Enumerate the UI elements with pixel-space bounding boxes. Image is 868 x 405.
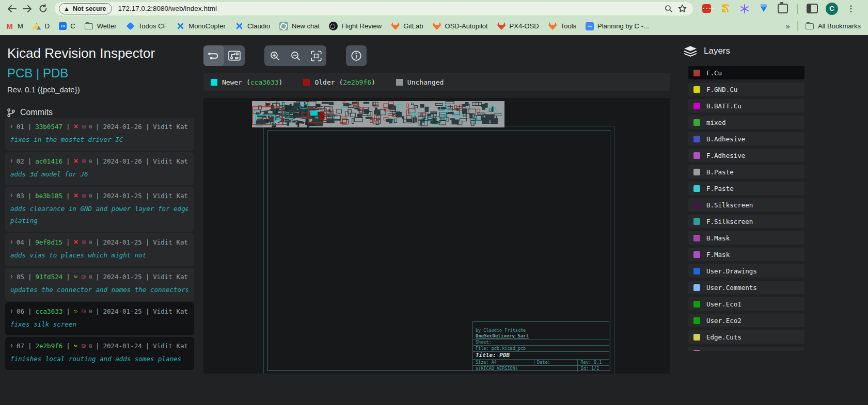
back-button[interactable]	[4, 2, 20, 15]
drop-extension-icon[interactable]	[759, 4, 769, 14]
layer-row[interactable]: F.Paste	[688, 182, 804, 195]
layer-row[interactable]: F.Mask	[688, 248, 804, 261]
adblock-extension-icon[interactable]: ····	[701, 4, 712, 14]
pcb-image-icon[interactable]	[82, 123, 86, 131]
bookmark-item[interactable]: M	[5, 22, 23, 30]
bookmark-item[interactable]: Claudio	[235, 22, 270, 30]
pcb-image-icon[interactable]	[82, 307, 86, 315]
bookmark-item[interactable]: Todos CF	[126, 22, 167, 30]
layer-color-swatch	[693, 218, 700, 225]
layer-row[interactable]: Margin	[688, 347, 804, 351]
pcb-board-render	[252, 101, 504, 127]
schematic-doc-icon[interactable]	[89, 192, 92, 200]
viewer-toolbar	[203, 45, 367, 66]
layer-row[interactable]: B.Paste	[688, 165, 804, 179]
forward-button[interactable]	[20, 2, 35, 15]
pcb-image-icon[interactable]	[82, 342, 86, 350]
commit-message: fixes in the mosfet driver IC	[10, 134, 188, 145]
bookmark-item[interactable]: OSD-Autopilot	[433, 22, 488, 30]
layer-row[interactable]: F.Adhesive	[688, 149, 804, 162]
bookmark-item[interactable]: Flight Review	[329, 22, 382, 30]
commit-author: Vidit Kat	[153, 273, 188, 281]
layer-row[interactable]: B.Mask	[688, 231, 804, 245]
all-bookmarks-button[interactable]: All Bookmarks	[806, 22, 861, 30]
legend-newer: Newer (cca3633)	[211, 78, 282, 86]
extensions-jar-icon[interactable]	[778, 4, 788, 14]
commit-card[interactable]: 07 | 2e2b9f6 | × | 2024-01-24 | Vidit Ka…	[5, 337, 194, 370]
layer-row[interactable]: B.Silkscreen	[688, 198, 804, 212]
commit-hash: ac01416	[35, 157, 62, 165]
rss-extension-icon[interactable]	[720, 4, 731, 14]
layer-row[interactable]: B.Adhesive	[688, 132, 804, 145]
snowflake-extension-icon[interactable]	[739, 4, 750, 14]
schematic-doc-icon[interactable]	[89, 123, 92, 131]
commit-card[interactable]: 03 | be3b185 | × | 2024-01-25 | Vidit Ka…	[5, 187, 194, 232]
layer-name: B.BATT.Cu	[706, 102, 741, 110]
schematic-doc-icon[interactable]	[89, 307, 92, 315]
schematic-doc-icon[interactable]	[89, 342, 92, 350]
info-button[interactable]	[346, 45, 367, 66]
commit-header-line: 01 | 33b0547 | × | 2024-01-26 | Vidit Ka…	[10, 122, 188, 131]
pcb-image-icon[interactable]	[82, 273, 86, 281]
commit-message: fixes silk screen	[10, 318, 188, 330]
schematic-doc-icon[interactable]	[89, 157, 92, 165]
commit-card[interactable]: 04 | 9ef8d15 | × | 2024-01-25 | Vidit Ka…	[5, 233, 194, 266]
nav-pcb-link[interactable]: PCB	[7, 66, 33, 80]
bookmark-item[interactable]: Wetter	[85, 22, 117, 30]
bookmark-item[interactable]: Planning by C -...	[586, 22, 649, 30]
layer-name: B.Adhesive	[706, 135, 745, 143]
layer-row[interactable]: F.Silkscreen	[688, 215, 804, 228]
bookmark-item[interactable]: D	[33, 22, 50, 30]
commit-list: 01 | 33b0547 | × | 2024-01-26 | Vidit Ka…	[5, 118, 194, 371]
pcb-image-icon[interactable]	[82, 157, 86, 165]
bookmarks-overflow-chevron[interactable]: »	[786, 22, 790, 30]
layer-color-swatch	[693, 152, 700, 159]
commit-card[interactable]: 01 | 33b0547 | × | 2024-01-26 | Vidit Ka…	[5, 118, 194, 151]
reload-button[interactable]	[35, 2, 51, 15]
layer-row[interactable]: User.Drawings	[688, 264, 804, 278]
security-chip[interactable]: ▲ Not secure	[59, 3, 112, 14]
commit-card[interactable]: 05 | 91fd524 | × | 2024-01-25 | Vidit Ka…	[5, 268, 194, 301]
layer-row[interactable]: F.GND.Cu	[688, 83, 804, 96]
compare-mode-button[interactable]	[203, 45, 224, 66]
pcb-viewer-canvas[interactable]: by Claudio Fritsche OneSecDelivery Sarl …	[203, 98, 670, 374]
revision-label: Rev. 0.1 ({pcb_date})	[7, 85, 201, 94]
bookmarks-list: M D 19 C Wetter Todos CF MonoCopter Clau…	[5, 22, 649, 30]
commit-date: 2024-01-24	[103, 342, 141, 350]
layer-row[interactable]: mixed	[688, 116, 804, 129]
zoom-fit-button[interactable]	[306, 45, 326, 66]
zoom-search-icon[interactable]	[662, 3, 675, 14]
menu-dots-icon[interactable]: ⋮	[847, 5, 855, 13]
pcb-image-icon[interactable]	[82, 238, 86, 246]
bookmark-item[interactable]: Tools	[548, 22, 576, 30]
git-commit-icon	[10, 238, 13, 246]
bookmark-item[interactable]: MonoCopter	[176, 22, 226, 30]
bookmark-item[interactable]: 19 C	[59, 22, 75, 30]
layer-row[interactable]: User.Eco2	[688, 314, 804, 327]
title-block-file: File: pdb.kicad_pcb	[473, 345, 609, 351]
schematic-doc-icon[interactable]	[89, 238, 92, 246]
bookmark-item[interactable]: PX4-OSD	[497, 22, 539, 30]
commit-card[interactable]: 06 | cca3633 | × | 2024-01-25 | Vidit Ka…	[5, 302, 194, 335]
layer-row[interactable]: User.Comments	[688, 281, 804, 294]
zoom-in-button[interactable]	[264, 45, 285, 66]
commit-message-line: finishes local routing and adds somes pl…	[10, 353, 188, 365]
url-text[interactable]: 172.17.0.2:8080/web/index.html	[118, 5, 662, 12]
bookmark-star-icon[interactable]	[675, 3, 689, 14]
bookmark-item[interactable]: New chat	[279, 22, 320, 30]
side-panel-icon[interactable]	[807, 4, 817, 14]
layer-row[interactable]: B.BATT.Cu	[688, 99, 804, 112]
commit-hash: cca3633	[36, 307, 63, 315]
layer-row[interactable]: User.Eco1	[688, 297, 804, 311]
schematic-doc-icon[interactable]	[89, 273, 92, 281]
nav-pdb-link[interactable]: PDB	[43, 66, 68, 80]
profile-avatar[interactable]: C	[826, 3, 838, 15]
layer-row[interactable]: F.Cu	[688, 66, 804, 79]
pcb-image-icon[interactable]	[82, 192, 86, 200]
address-bar[interactable]: ▲ Not secure 172.17.0.2:8080/web/index.h…	[55, 2, 693, 15]
bookmark-item[interactable]: GitLab	[391, 22, 423, 30]
commit-card[interactable]: 02 | ac01416 | × | 2024-01-26 | Vidit Ka…	[5, 152, 194, 185]
board-view-button[interactable]	[224, 45, 245, 66]
zoom-out-button[interactable]	[285, 45, 306, 66]
layer-row[interactable]: Edge.Cuts	[688, 330, 804, 344]
